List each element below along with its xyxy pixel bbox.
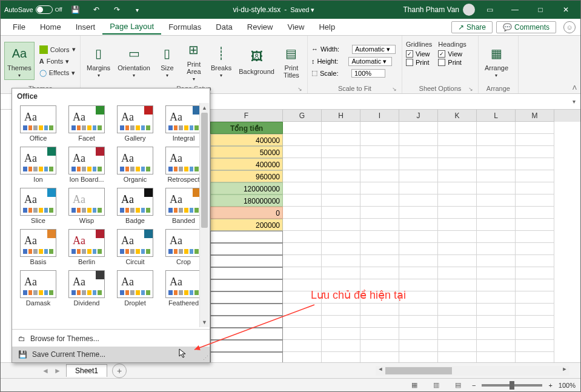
cell[interactable]: [438, 122, 477, 134]
cell[interactable]: [438, 182, 477, 194]
zoom-value[interactable]: 100%: [559, 382, 576, 389]
sheet-options-group-label[interactable]: Sheet Options: [406, 84, 474, 92]
orientation-button[interactable]: ▭Orientation▾: [115, 42, 153, 79]
headings-view-checkbox[interactable]: ✓View: [438, 50, 466, 58]
cell[interactable]: [477, 158, 516, 170]
theme-thumb-ionboard[interactable]: AaIon Board...: [63, 145, 110, 184]
cell[interactable]: [360, 122, 399, 134]
cell-f-header[interactable]: Tổng tiền: [210, 122, 283, 134]
cell[interactable]: [322, 231, 360, 243]
width-select[interactable]: Automatic ▾: [352, 45, 396, 54]
minimize-icon[interactable]: —: [504, 1, 526, 19]
cell-f8[interactable]: 0: [210, 207, 283, 219]
background-button[interactable]: 🖼Background: [236, 46, 277, 76]
cell[interactable]: [516, 207, 554, 219]
tab-file[interactable]: File: [5, 20, 33, 34]
cell[interactable]: [399, 219, 438, 231]
cell[interactable]: [477, 122, 516, 134]
cell[interactable]: [360, 267, 399, 279]
comments-button[interactable]: 💬Comments: [496, 21, 556, 33]
cell[interactable]: [438, 328, 477, 340]
cell[interactable]: [438, 194, 477, 207]
cell[interactable]: [210, 243, 283, 255]
cell[interactable]: [283, 255, 322, 267]
cell[interactable]: [516, 146, 554, 158]
cell[interactable]: [399, 279, 438, 291]
tab-formulas[interactable]: Formulas: [161, 20, 208, 34]
cell[interactable]: [210, 291, 283, 304]
cell[interactable]: [399, 122, 438, 134]
cell[interactable]: [283, 146, 322, 158]
cell[interactable]: [399, 267, 438, 279]
theme-thumb-ion[interactable]: AaIon: [15, 145, 62, 184]
cell[interactable]: [477, 304, 516, 316]
height-select[interactable]: Automatic ▾: [348, 57, 392, 66]
cell[interactable]: [283, 207, 322, 219]
cell[interactable]: [360, 243, 399, 255]
qat-customize-icon[interactable]: ▾: [130, 2, 145, 17]
zoom-out-icon[interactable]: −: [472, 382, 476, 389]
tab-view[interactable]: View: [280, 20, 311, 34]
cell[interactable]: [516, 267, 554, 279]
cell[interactable]: [360, 158, 399, 170]
cell[interactable]: [399, 231, 438, 243]
tab-data[interactable]: Data: [208, 20, 239, 34]
cell[interactable]: [283, 134, 322, 146]
fonts-button[interactable]: AFonts ▾: [37, 56, 78, 67]
cell[interactable]: [322, 182, 360, 194]
cell[interactable]: [210, 340, 283, 352]
cell[interactable]: [322, 194, 360, 207]
cell-f2[interactable]: 400000: [210, 134, 283, 146]
cell[interactable]: [399, 194, 438, 207]
cell[interactable]: [477, 207, 516, 219]
cell[interactable]: [399, 207, 438, 219]
col-header-g[interactable]: G: [283, 110, 322, 122]
cell[interactable]: [360, 340, 399, 352]
tab-nav-prev[interactable]: ◄: [39, 367, 51, 375]
zoom-in-icon[interactable]: +: [548, 382, 552, 389]
hscroll-thumb[interactable]: [385, 367, 452, 374]
cell[interactable]: [283, 267, 322, 279]
cell[interactable]: [283, 279, 322, 291]
cell[interactable]: [477, 291, 516, 304]
col-header-h[interactable]: H: [322, 110, 360, 122]
scroll-up-icon[interactable]: ▲: [200, 103, 209, 113]
cell[interactable]: [283, 243, 322, 255]
gridlines-print-checkbox[interactable]: Print: [406, 59, 432, 66]
cell[interactable]: [477, 279, 516, 291]
scrollbar-thumb[interactable]: [201, 113, 208, 228]
page-layout-view-icon[interactable]: ▥: [428, 380, 444, 391]
cell[interactable]: [283, 158, 322, 170]
page-break-view-icon[interactable]: ▤: [450, 380, 466, 391]
cell[interactable]: [516, 134, 554, 146]
tab-insert[interactable]: Insert: [68, 20, 103, 34]
cell[interactable]: [477, 316, 516, 328]
cell[interactable]: [322, 122, 360, 134]
theme-thumb-damask[interactable]: AaDamask: [15, 269, 62, 308]
cell[interactable]: [322, 207, 360, 219]
cell[interactable]: [399, 134, 438, 146]
close-icon[interactable]: ✕: [555, 1, 577, 19]
cell[interactable]: [322, 316, 360, 328]
cell[interactable]: [210, 279, 283, 291]
scroll-down-icon[interactable]: ▼: [200, 317, 209, 327]
cell[interactable]: [399, 304, 438, 316]
cell[interactable]: [438, 146, 477, 158]
cell[interactable]: [360, 291, 399, 304]
cell[interactable]: [516, 219, 554, 231]
cell[interactable]: [360, 328, 399, 340]
cell[interactable]: [322, 158, 360, 170]
cell[interactable]: [477, 340, 516, 352]
cell[interactable]: [283, 219, 322, 231]
cell[interactable]: [516, 194, 554, 207]
cell[interactable]: [516, 243, 554, 255]
cell[interactable]: [399, 158, 438, 170]
theme-thumb-droplet[interactable]: AaDroplet: [111, 269, 159, 308]
theme-thumb-berlin[interactable]: AaBerlin: [63, 228, 110, 267]
cell[interactable]: [516, 158, 554, 170]
ribbon-display-icon[interactable]: ▭: [479, 1, 500, 19]
cell[interactable]: [477, 170, 516, 182]
theme-thumb-slice[interactable]: AaSlice: [15, 187, 62, 225]
cell[interactable]: [210, 255, 283, 267]
cell[interactable]: [516, 340, 554, 352]
